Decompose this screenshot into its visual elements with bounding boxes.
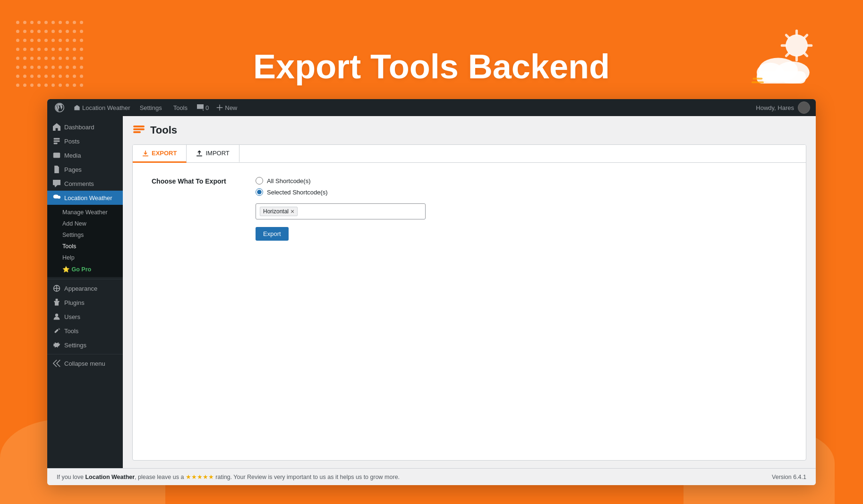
tools-tabs: EXPORT IMPORT [133,145,806,163]
sidebar-label-settings: Settings [64,342,86,349]
topbar-howdy-text: Howdy, Hares [756,104,794,111]
tag-chip-label: Horizontal [263,208,289,215]
radio-all-shortcodes[interactable] [256,177,263,185]
export-section-label: Choose What To Export [152,177,226,185]
content-heading: Tools [132,124,806,137]
sidebar-item-plugins[interactable]: Plugins [47,295,123,310]
footer-text-post: rating. Your Review is very important to… [214,474,400,480]
sidebar-label-pages: Pages [64,166,82,173]
sidebar-sub-add-new[interactable]: Add New [47,218,123,229]
export-label-col: Choose What To Export [152,177,237,243]
svg-rect-18 [53,152,60,158]
tab-import-label: IMPORT [205,150,229,157]
import-icon [196,150,203,157]
radio-option-selected[interactable]: Selected Shortcode(s) [256,188,787,196]
wp-admin-frame: Location Weather Settings Tools 0 New Ho… [47,99,816,485]
tab-import[interactable]: IMPORT [187,145,239,163]
svg-rect-15 [54,138,60,140]
tools-card: EXPORT IMPORT Choose What To Export [132,144,806,461]
page-hero-title: Export Tools Backend [253,47,610,86]
footer-stars: ★★★★★ [186,473,214,480]
sidebar-item-location-weather[interactable]: Location Weather [47,191,123,205]
sidebar-label-dashboard: Dashboard [64,124,94,131]
sidebar-item-tools[interactable]: Tools [47,324,123,338]
sidebar-divider-1 [47,279,123,279]
footer-version: Version 6.4.1 [772,474,806,480]
wp-sidebar: Dashboard Posts Media Pages Comments [47,116,123,468]
svg-line-8 [804,35,807,37]
radio-selected-label: Selected Shortcode(s) [267,189,328,196]
sidebar-item-dashboard[interactable]: Dashboard [47,120,123,134]
svg-line-6 [804,53,807,56]
tab-export-label: EXPORT [152,150,177,157]
radio-selected-shortcodes[interactable] [256,188,263,196]
svg-point-22 [55,314,58,317]
sidebar-sub-manage-weather[interactable]: Manage Weather [47,207,123,218]
wp-footer: If you love Location Weather, please lea… [47,468,816,485]
svg-line-7 [786,53,788,56]
topbar-new-link[interactable]: New [216,104,237,111]
sidebar-item-appearance[interactable]: Appearance [47,281,123,295]
svg-rect-17 [54,143,58,144]
export-button[interactable]: Export [256,227,289,241]
export-options: All Shortcode(s) Selected Shortcode(s) H… [256,177,787,243]
footer-text-pre: If you love [57,474,85,480]
sidebar-label-comments: Comments [64,180,94,187]
sidebar-label-posts: Posts [64,138,80,145]
sidebar-label-users: Users [64,313,80,320]
sidebar-item-collapse[interactable]: Collapse menu [47,356,123,370]
sidebar-sub-settings[interactable]: Settings [47,229,123,241]
topbar-settings-link[interactable]: Settings [138,104,164,111]
footer-text-mid: , please leave us a [135,474,186,480]
sidebar-sub-go-pro[interactable]: ⭐ Go Pro [47,263,123,275]
wp-logo[interactable] [53,101,66,114]
sidebar-divider-2 [47,354,123,354]
hero-weather-icon [750,28,825,102]
radio-option-all[interactable]: All Shortcode(s) [256,177,787,185]
sidebar-item-settings[interactable]: Settings [47,338,123,352]
wp-content-area: Tools EXPORT IMPORT [123,116,816,468]
sidebar-label-location-weather: Location Weather [64,194,112,202]
topbar-tools-link[interactable]: Tools [171,104,189,111]
topbar-comments-link[interactable]: 0 [197,104,209,111]
sidebar-label-plugins: Plugins [64,299,85,306]
svg-line-5 [786,35,788,37]
sidebar-item-comments[interactable]: Comments [47,176,123,191]
topbar-comments-count: 0 [205,104,209,111]
topbar-new-label: New [225,104,237,111]
svg-rect-23 [133,128,145,130]
tag-chip-horizontal: Horizontal × [260,207,298,216]
sidebar-item-media[interactable]: Media [47,148,123,162]
radio-group-export: All Shortcode(s) Selected Shortcode(s) [256,177,787,196]
sidebar-label-collapse: Collapse menu [64,360,105,367]
footer-plugin-name: Location Weather [85,474,135,480]
sidebar-label-tools: Tools [64,328,78,335]
sidebar-sub-tools[interactable]: Tools [47,241,123,252]
topbar-avatar[interactable] [798,101,810,114]
svg-rect-25 [133,126,145,127]
tools-heading-icon [132,124,145,137]
sidebar-label-media: Media [64,152,81,159]
admin-topbar: Location Weather Settings Tools 0 New Ho… [47,99,816,116]
tag-input-container[interactable]: Horizontal × [256,203,426,219]
svg-rect-24 [133,131,141,133]
radio-all-label: All Shortcode(s) [267,177,310,185]
sidebar-sub-help[interactable]: Help [47,252,123,263]
topbar-home-label: Location Weather [82,104,130,111]
svg-rect-21 [56,299,58,301]
svg-rect-16 [54,140,60,142]
sidebar-item-pages[interactable]: Pages [47,162,123,176]
topbar-right-area: Howdy, Hares [756,101,810,114]
export-icon [142,150,149,157]
tag-chip-remove-btn[interactable]: × [291,208,294,215]
sidebar-item-users[interactable]: Users [47,310,123,324]
topbar-home-link[interactable]: Location Weather [74,104,130,111]
sidebar-submenu-weather: Manage Weather Add New Settings Tools He… [47,205,123,277]
tab-export[interactable]: EXPORT [133,145,187,163]
sidebar-item-posts[interactable]: Posts [47,134,123,148]
svg-point-19 [55,154,56,155]
content-page-title: Tools [150,124,177,136]
wp-main-area: Dashboard Posts Media Pages Comments [47,116,816,468]
svg-rect-12 [757,71,806,84]
footer-text: If you love Location Weather, please lea… [57,473,400,480]
